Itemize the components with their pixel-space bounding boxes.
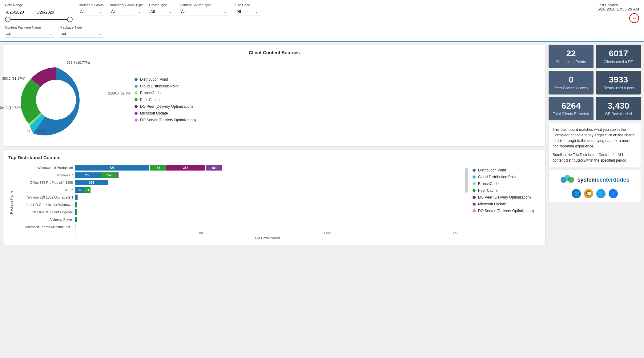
legend-label-dos: DO Server (Delivery Optimization) bbox=[140, 118, 196, 122]
legend-dot-bc bbox=[135, 91, 138, 95]
stat-number-clients-dp: 6017 bbox=[599, 49, 638, 58]
stat-row-1: 22 Distribution Points 6017 Clients used… bbox=[549, 45, 641, 68]
stat-card-clients-dp[interactable]: 6017 Clients used a DP bbox=[596, 45, 641, 68]
stat-label-pcs: Peer Cache sources bbox=[552, 86, 590, 90]
bar-segment[interactable] bbox=[75, 195, 77, 200]
legend-label-cdp: Cloud Distribution Point bbox=[140, 84, 179, 88]
bar-row[interactable]: Alchemy Player bbox=[18, 217, 460, 222]
legend-item-dop: DO Peer (Delivery Optimization) bbox=[135, 104, 196, 109]
stat-number-total-clients: 6264 bbox=[552, 101, 590, 111]
bar-segment[interactable]: 158 bbox=[150, 165, 166, 171]
stat-row-2: 0 Peer Cache sources 3933 Clients used a… bbox=[549, 71, 641, 95]
boundary-group-type-select[interactable]: All bbox=[110, 8, 135, 15]
social-icons: 🌐 💬 🐦 f bbox=[553, 189, 637, 198]
stat-number-gb: 3,430 bbox=[599, 101, 638, 111]
content-package-name-select[interactable]: All bbox=[5, 30, 54, 38]
bar-chart-y-label: Package Name bbox=[8, 165, 14, 240]
bar-row[interactable]: Windows 10 Production725158382164 bbox=[18, 165, 460, 171]
date-range-group: Date Range bbox=[5, 3, 73, 20]
bar-segment[interactable]: 382 bbox=[166, 165, 205, 171]
bar-segment[interactable]: 152 bbox=[101, 172, 117, 178]
boundary-group-select[interactable]: All bbox=[79, 8, 103, 15]
bar-row[interactable]: SCEP9061 bbox=[18, 187, 460, 193]
social-website[interactable]: 🌐 bbox=[572, 189, 581, 198]
bar-segment[interactable]: 253 bbox=[75, 172, 101, 178]
stat-card-gb[interactable]: 3,430 GB Downloaded bbox=[596, 97, 641, 121]
legend-label-mu: Microsoft Update bbox=[140, 111, 168, 115]
bar-segment[interactable] bbox=[75, 209, 76, 215]
legend-dot-cdp bbox=[135, 85, 138, 88]
bar-row-bars: 725158382164 bbox=[75, 165, 460, 171]
stat-card-pcs[interactable]: 0 Peer Cache sources bbox=[549, 71, 594, 95]
stat-number-clients-peer: 3933 bbox=[599, 75, 638, 85]
bar-chart-rows: Windows 10 Production725158382164Windows… bbox=[18, 165, 460, 230]
legend-dot-dp bbox=[135, 78, 138, 81]
date-start-input[interactable] bbox=[5, 9, 33, 16]
legend-item-mu: Microsoft Update bbox=[135, 111, 196, 115]
bar-segment[interactable]: 61 bbox=[84, 187, 91, 193]
site-code-filter: Site Code All bbox=[235, 3, 260, 15]
last-updated-value: 5/26/2020 10:35:28 AM bbox=[598, 7, 639, 11]
bar-row[interactable]: Office 365 ProPlus x64 1808324 bbox=[18, 180, 460, 185]
bar-row-bars bbox=[75, 209, 460, 215]
bar-segment[interactable]: 324 bbox=[75, 180, 108, 185]
device-type-select[interactable]: All bbox=[149, 8, 174, 15]
back-button[interactable]: ← bbox=[629, 13, 639, 23]
right-panel: 22 Distribution Points 6017 Clients used… bbox=[549, 45, 641, 245]
bar-row-bars bbox=[75, 224, 460, 230]
bar-segment[interactable] bbox=[75, 224, 75, 230]
stat-card-dp[interactable]: 22 Distribution Points bbox=[549, 45, 594, 68]
bar-segment[interactable] bbox=[76, 202, 77, 207]
social-support[interactable]: 💬 bbox=[584, 189, 593, 198]
social-facebook[interactable]: f bbox=[609, 189, 618, 198]
bar-legend-bc: BranchCache bbox=[473, 182, 540, 186]
bar-chart-title: Top Distributed Content bbox=[8, 155, 540, 160]
bar-segment[interactable] bbox=[77, 195, 78, 200]
bar-segment[interactable]: 164 bbox=[206, 165, 223, 171]
content-source-type-filter: Content Source Type All bbox=[180, 3, 229, 15]
bar-chart-scrollbar[interactable] bbox=[465, 165, 468, 240]
package-type-filter: Package Type All bbox=[60, 26, 103, 38]
legend-label-pc: Peer Cache bbox=[140, 98, 159, 102]
bar-segment[interactable]: 90 bbox=[75, 187, 84, 193]
date-end-input[interactable] bbox=[35, 9, 63, 16]
site-code-select[interactable]: All bbox=[235, 8, 260, 15]
content-source-type-select[interactable]: All bbox=[180, 8, 229, 15]
donut-label-dop: 383.2 (11.17%) bbox=[2, 77, 25, 80]
bar-segment[interactable] bbox=[75, 202, 76, 207]
main-content: Client Content Sources bbox=[0, 42, 644, 248]
bar-row-bars: 324 bbox=[75, 180, 460, 185]
stat-card-clients-peer[interactable]: 3933 Clients used a peer bbox=[596, 71, 641, 95]
stat-card-total-clients[interactable]: 6264 Total Clients Reported bbox=[549, 97, 594, 121]
bar-legend-cdp: Cloud Distribution Point bbox=[473, 175, 540, 179]
bar-segment[interactable] bbox=[75, 217, 76, 222]
last-updated-group: Last Updated 5/26/2020 10:35:28 AM bbox=[598, 3, 639, 11]
bar-row[interactable]: Microsoft Teams Machine Inst... bbox=[18, 224, 460, 230]
social-twitter[interactable]: 🐦 bbox=[596, 189, 606, 198]
bar-row[interactable]: Windows 7253152 bbox=[18, 172, 460, 178]
donut-chart-card: Client Content Sources bbox=[3, 45, 545, 147]
bar-chart-main: Package Name Windows 10 Production725158… bbox=[8, 165, 460, 240]
bar-row[interactable]: Windows10 1809 Upgrade EN bbox=[18, 195, 460, 200]
boundary-group-label: Boundary Group bbox=[79, 3, 104, 7]
boundary-group-filter: Boundary Group All bbox=[79, 3, 104, 15]
bar-row-bars: 253152 bbox=[75, 172, 460, 178]
bar-row[interactable]: Nessus PC Client Upgrade bbox=[18, 209, 460, 215]
donut-chart-title: Client Content Sources bbox=[8, 50, 540, 55]
bar-segment[interactable]: 725 bbox=[75, 165, 149, 171]
package-type-select[interactable]: All bbox=[60, 30, 103, 38]
slider-left-thumb[interactable] bbox=[5, 17, 10, 22]
bar-segment[interactable] bbox=[76, 209, 77, 215]
brand-name: systemcenterdudes bbox=[577, 177, 629, 183]
device-type-label: Device Type bbox=[149, 3, 174, 7]
bar-segment[interactable] bbox=[117, 172, 119, 178]
bar-row-label: Alchemy Player bbox=[18, 218, 73, 221]
legend-item-dp: Distribution Point bbox=[135, 77, 196, 82]
bar-row[interactable]: Intel HD Graphics for Window... bbox=[18, 202, 460, 207]
bar-segment[interactable] bbox=[76, 217, 77, 222]
donut-label-pc: 504.9 (14.72%) bbox=[0, 106, 22, 110]
header: Date Range Boundary Group bbox=[0, 0, 644, 42]
legend-item-dos: DO Server (Delivery Optimization) bbox=[135, 118, 196, 122]
last-updated-label: Last Updated bbox=[598, 3, 639, 7]
slider-right-thumb[interactable] bbox=[67, 17, 73, 22]
